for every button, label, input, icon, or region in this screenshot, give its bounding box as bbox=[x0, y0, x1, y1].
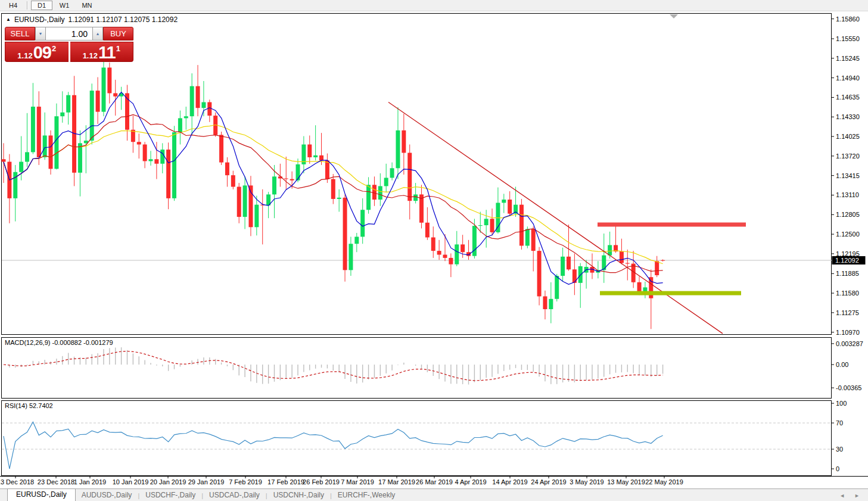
tab-audusd-daily[interactable]: AUDUSD-,Daily bbox=[76, 489, 138, 501]
bid-price-prefix: 1.12 bbox=[17, 51, 32, 60]
bid-price-sup: 2 bbox=[52, 44, 56, 53]
timeframe-toolbar: H4D1W1MN bbox=[0, 0, 868, 11]
symbol-tab-bar: EURUSD-,DailyAUDUSD-,Daily|USDCHF-,Daily… bbox=[0, 488, 868, 501]
chart-title-line: ▲ EURUSD-,Daily 1.12091 1.12107 1.12075 … bbox=[6, 15, 178, 24]
buy-button[interactable]: BUY bbox=[103, 27, 133, 41]
one-click-trading-widget: SELL ▼ 1.00 ▲ BUY 1.12 09 2 1.12 11 1 bbox=[5, 27, 133, 62]
timeframe-button-h4[interactable]: H4 bbox=[2, 1, 24, 10]
volume-decrease-button[interactable]: ▼ bbox=[35, 27, 46, 41]
tab-eurchf-weekly[interactable]: EURCHF-,Weekly bbox=[332, 489, 401, 501]
chart-ohlc-values: 1.12091 1.12107 1.12075 1.12092 bbox=[69, 15, 178, 24]
rsi-value: 52.7402 bbox=[29, 402, 53, 409]
bid-price-big: 09 bbox=[33, 45, 51, 60]
date-axis[interactable] bbox=[0, 476, 868, 487]
ask-price-button[interactable]: 1.12 11 1 bbox=[70, 42, 134, 62]
macd-indicator-panel[interactable] bbox=[1, 337, 832, 399]
ask-price-sup: 1 bbox=[116, 44, 120, 53]
symbol-marker-icon: ▲ bbox=[6, 17, 11, 22]
rsi-indicator-panel[interactable] bbox=[1, 400, 832, 476]
trading-platform-window: H4D1W1MN ▲ EURUSD-,Daily 1.12091 1.12107… bbox=[0, 0, 868, 501]
sell-button[interactable]: SELL bbox=[5, 27, 35, 41]
macd-label: MACD(12,26,9) -0.000882 -0.001279 bbox=[5, 339, 113, 346]
macd-values: -0.000882 -0.001279 bbox=[52, 339, 113, 346]
bid-price-button[interactable]: 1.12 09 2 bbox=[5, 42, 69, 62]
macd-name: MACD(12,26,9) bbox=[5, 339, 50, 346]
ask-price-big: 11 bbox=[98, 45, 116, 60]
timeframe-button-mn[interactable]: MN bbox=[76, 1, 98, 10]
chart-symbol-label: EURUSD-,Daily bbox=[14, 15, 65, 24]
volume-field[interactable]: 1.00 bbox=[46, 27, 92, 41]
toolbar-separator bbox=[27, 1, 28, 10]
tab-eurusd-daily[interactable]: EURUSD-,Daily bbox=[7, 488, 76, 501]
timeframe-button-w1[interactable]: W1 bbox=[54, 1, 75, 10]
tab-scroll-arrows: ◄► bbox=[839, 493, 860, 501]
rsi-name: RSI(14) bbox=[5, 402, 27, 409]
timeframe-button-d1[interactable]: D1 bbox=[31, 1, 52, 10]
tab-usdcnh-daily[interactable]: USDCNH-,Daily bbox=[267, 489, 330, 501]
price-axis[interactable] bbox=[832, 13, 868, 476]
scroll-left-icon[interactable]: ◄ bbox=[839, 493, 845, 499]
tab-usdcad-daily[interactable]: USDCAD-,Daily bbox=[203, 489, 266, 501]
volume-increase-button[interactable]: ▲ bbox=[92, 27, 103, 41]
scroll-right-icon[interactable]: ► bbox=[854, 493, 860, 499]
tab-usdchf-daily[interactable]: USDCHF-,Daily bbox=[139, 489, 201, 501]
spin-up-icon: ▲ bbox=[96, 32, 100, 36]
ask-price-prefix: 1.12 bbox=[83, 51, 98, 60]
spin-down-icon: ▼ bbox=[39, 32, 43, 36]
rsi-label: RSI(14) 52.7402 bbox=[5, 402, 53, 409]
